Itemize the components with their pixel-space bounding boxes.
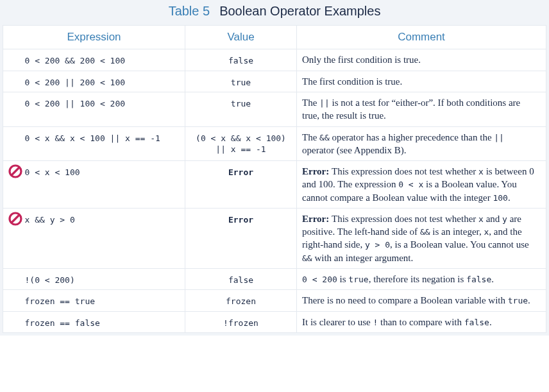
expression-cell: 0 < x && x < 100 || x == -1 — [25, 126, 185, 161]
error-marker-cell — [3, 161, 25, 209]
table-row: x && y > 0ErrorError: This expression do… — [3, 208, 546, 268]
col-header-comment: Comment — [297, 26, 546, 49]
comment-cell: It is clearer to use ! than to compare w… — [297, 311, 546, 333]
error-marker-cell — [3, 71, 25, 92]
expression-cell: frozen == true — [25, 290, 185, 312]
comment-cell: Error: This expression does not test whe… — [297, 161, 546, 209]
value-cell: true — [185, 92, 297, 127]
value-cell: (0 < x && x < 100) || x == -1 — [185, 126, 297, 161]
comment-cell: Only the first condition is true. — [297, 49, 546, 71]
table-row: 0 < x && x < 100 || x == -1(0 < x && x <… — [3, 126, 546, 161]
expression-cell: 0 < 200 || 200 < 100 — [25, 71, 185, 92]
value-cell: true — [185, 71, 297, 92]
value-cell: frozen — [185, 290, 297, 312]
table-row: 0 < 200 || 200 < 100trueThe first condit… — [3, 71, 546, 92]
value-cell: false — [185, 268, 297, 290]
comment-cell: The || is not a test for “either-or”. If… — [297, 92, 546, 127]
error-marker-cell — [3, 268, 25, 290]
value-cell: Error — [185, 208, 297, 268]
value-cell: false — [185, 49, 297, 71]
expression-cell: x && y > 0 — [25, 208, 185, 268]
expression-cell: 0 < 200 && 200 < 100 — [25, 49, 185, 71]
table-row: 0 < x < 100ErrorError: This expression d… — [3, 161, 546, 209]
error-marker-cell — [3, 290, 25, 312]
expression-cell: !(0 < 200) — [25, 268, 185, 290]
comment-cell: There is no need to compare a Boolean va… — [297, 290, 546, 312]
comment-cell: The && operator has a higher precedence … — [297, 126, 546, 161]
error-marker-cell — [3, 92, 25, 127]
table-caption: Boolean Operator Examples — [219, 4, 380, 18]
error-marker-cell — [3, 49, 25, 71]
table-container: Table 5 Boolean Operator Examples Expres… — [0, 0, 549, 336]
table-row: 0 < 200 || 100 < 200trueThe || is not a … — [3, 92, 546, 127]
value-cell: Error — [185, 161, 297, 209]
comment-cell: Error: This expression does not test whe… — [297, 208, 546, 268]
table-header-row: Expression Value Comment — [3, 26, 546, 49]
expression-cell: 0 < 200 || 100 < 200 — [25, 92, 185, 127]
comment-cell: 0 < 200 is true, therefore its negation … — [297, 268, 546, 290]
table-row: !(0 < 200)false0 < 200 is true, therefor… — [3, 268, 546, 290]
prohibit-icon — [8, 164, 23, 179]
svg-line-3 — [12, 215, 19, 223]
table-row: 0 < 200 && 200 < 100falseOnly the first … — [3, 49, 546, 71]
error-marker-cell — [3, 208, 25, 268]
prohibit-icon — [8, 211, 23, 226]
boolean-operator-table: Expression Value Comment 0 < 200 && 200 … — [3, 25, 546, 333]
error-marker-cell — [3, 311, 25, 333]
svg-line-1 — [12, 167, 19, 175]
table-row: frozen == truefrozenThere is no need to … — [3, 290, 546, 312]
comment-cell: The first condition is true. — [297, 71, 546, 92]
value-cell: !frozen — [185, 311, 297, 333]
col-header-value: Value — [185, 26, 297, 49]
col-header-expression: Expression — [3, 26, 185, 49]
table-title: Table 5 Boolean Operator Examples — [3, 0, 546, 25]
expression-cell: 0 < x < 100 — [25, 161, 185, 209]
error-marker-cell — [3, 126, 25, 161]
table-number: Table 5 — [169, 4, 210, 18]
table-row: frozen == false!frozenIt is clearer to u… — [3, 311, 546, 333]
expression-cell: frozen == false — [25, 311, 185, 333]
